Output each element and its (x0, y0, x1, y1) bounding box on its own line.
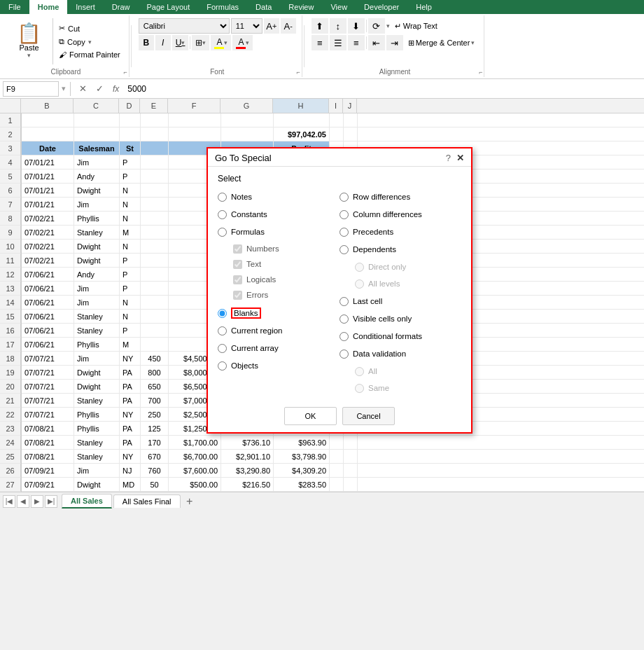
last-cell-label[interactable]: Last cell (353, 297, 382, 305)
cell-d3[interactable]: St (120, 141, 141, 155)
cell-e16[interactable] (141, 324, 169, 337)
cell-d7[interactable]: N (120, 198, 141, 211)
constants-radio[interactable] (218, 210, 227, 219)
tab-help[interactable]: Help (407, 0, 440, 14)
cell-i24[interactable] (330, 436, 344, 449)
row-num-20[interactable]: 20 (0, 380, 21, 394)
row-num-7[interactable]: 7 (0, 198, 21, 212)
cell-f1[interactable] (169, 113, 221, 127)
sheet-nav-first[interactable]: |◀ (3, 495, 15, 508)
cell-f2[interactable] (169, 127, 221, 141)
font-color-dropdown[interactable]: ▾ (246, 39, 249, 46)
numbers-checkbox[interactable] (233, 244, 242, 254)
same-sub-label[interactable]: Same (368, 384, 389, 392)
confirm-formula-button[interactable]: ✓ (92, 81, 107, 97)
sheet-nav-prev[interactable]: ◀ (17, 495, 29, 508)
cell-d13[interactable]: P (120, 282, 141, 295)
column-differences-radio[interactable] (340, 210, 349, 219)
cell-c1[interactable] (74, 113, 120, 127)
row-num-10[interactable]: 10 (0, 240, 21, 254)
cell-b23[interactable]: 07/08/21 (22, 422, 74, 435)
cell-i1[interactable] (330, 113, 344, 127)
font-dialog-launcher[interactable]: ⌐ (296, 69, 300, 76)
row-num-4[interactable]: 4 (0, 155, 21, 170)
cell-b21[interactable]: 07/07/21 (22, 394, 74, 407)
cell-c8[interactable]: Phyllis (74, 212, 120, 225)
tab-review[interactable]: Review (280, 0, 322, 14)
row-num-1[interactable]: 1 (0, 113, 21, 127)
cell-b5[interactable]: 07/01/21 (22, 170, 74, 183)
row-differences-label[interactable]: Row differences (353, 193, 410, 201)
precedents-label[interactable]: Precedents (353, 228, 393, 236)
cell-b24[interactable]: 07/08/21 (22, 436, 74, 449)
row-differences-radio[interactable] (340, 193, 349, 202)
cut-button[interactable]: ✂ Cut (56, 22, 123, 34)
formulas-label[interactable]: Formulas (231, 228, 265, 236)
borders-button[interactable]: ⊞▾ (192, 35, 209, 50)
cell-d2[interactable] (120, 127, 141, 141)
row-num-26[interactable]: 26 (0, 464, 21, 478)
cell-c27[interactable]: Dwight (74, 478, 120, 491)
dependents-radio[interactable] (340, 245, 349, 254)
cell-d27[interactable]: MD (120, 478, 141, 491)
clipboard-dialog-launcher[interactable]: ⌐ (123, 69, 127, 76)
bold-button[interactable]: B (139, 35, 154, 50)
cancel-button[interactable]: Cancel (342, 407, 395, 425)
cell-c11[interactable]: Dwight (74, 254, 120, 267)
last-cell-radio[interactable] (340, 297, 349, 306)
row-num-5[interactable]: 5 (0, 170, 21, 184)
cell-e1[interactable] (141, 113, 169, 127)
cell-f27[interactable]: $500.00 (169, 478, 221, 491)
row-num-3[interactable]: 3 (0, 141, 21, 155)
cell-d1[interactable] (120, 113, 141, 127)
cell-e7[interactable] (141, 198, 169, 211)
objects-radio[interactable] (218, 361, 227, 371)
dependents-label[interactable]: Dependents (353, 245, 396, 254)
cell-b27[interactable]: 07/09/21 (22, 478, 74, 491)
all-levels-radio[interactable] (355, 279, 364, 289)
errors-checkbox[interactable] (233, 291, 242, 300)
cell-c10[interactable]: Dwight (74, 240, 120, 253)
row-num-13[interactable]: 13 (0, 282, 21, 296)
notes-label[interactable]: Notes (231, 193, 252, 201)
align-bottom-button[interactable]: ⬇ (348, 18, 365, 34)
cell-e2[interactable] (141, 127, 169, 141)
cell-c22[interactable]: Phyllis (74, 408, 120, 421)
cell-g25[interactable]: $2,901.10 (221, 450, 274, 463)
cell-e9[interactable] (141, 226, 169, 239)
row-num-18[interactable]: 18 (0, 352, 21, 366)
formulas-radio[interactable] (218, 228, 227, 237)
current-array-radio[interactable] (218, 344, 227, 353)
cell-i26[interactable] (330, 464, 344, 477)
cell-b15[interactable]: 07/06/21 (22, 310, 74, 323)
cell-e8[interactable] (141, 212, 169, 225)
cell-b7[interactable]: 07/01/21 (22, 198, 74, 211)
cell-e13[interactable] (141, 282, 169, 295)
cell-e24[interactable]: 170 (141, 436, 169, 449)
cell-c25[interactable]: Stanley (74, 450, 120, 463)
cell-i25[interactable] (330, 450, 344, 463)
cell-b18[interactable]: 07/07/21 (22, 352, 74, 365)
cell-c12[interactable]: Andy (74, 268, 120, 281)
dialog-close-button[interactable]: ✕ (456, 153, 464, 163)
cell-d15[interactable]: N (120, 310, 141, 323)
logicals-checkbox[interactable] (233, 275, 242, 284)
all-levels-label[interactable]: All levels (368, 279, 400, 288)
cell-c24[interactable]: Stanley (74, 436, 120, 449)
cell-b25[interactable]: 07/08/21 (22, 450, 74, 463)
cell-d10[interactable]: N (120, 240, 141, 253)
cell-c4[interactable]: Jim (74, 155, 120, 169)
cell-reference-box[interactable]: F9 (3, 81, 59, 97)
sheet-nav-last[interactable]: ▶| (45, 495, 57, 508)
cell-e20[interactable]: 650 (141, 380, 169, 393)
cell-e26[interactable]: 760 (141, 464, 169, 477)
cell-j25[interactable] (344, 450, 358, 463)
font-color-button[interactable]: A ▾ (232, 35, 253, 50)
decrease-font-button[interactable]: A- (281, 18, 296, 34)
go-to-special-dialog[interactable]: Go To Special ? ✕ Select Notes Constants (206, 147, 472, 434)
row-num-22[interactable]: 22 (0, 408, 21, 422)
cell-d5[interactable]: P (120, 170, 141, 183)
cell-b6[interactable]: 07/01/21 (22, 184, 74, 197)
cell-e3[interactable] (141, 141, 169, 155)
conditional-formats-label[interactable]: Conditional formats (353, 332, 422, 340)
